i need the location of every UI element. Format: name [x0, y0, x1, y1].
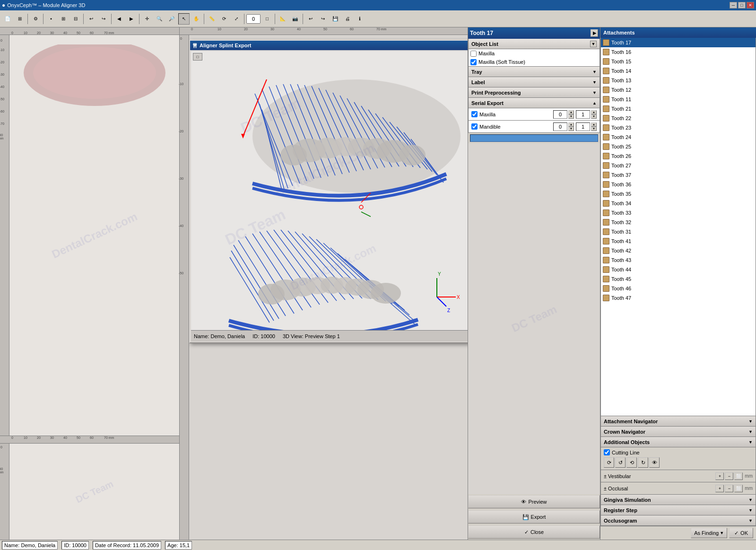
cursor-button[interactable]: ↖	[178, 13, 190, 25]
view-single-button[interactable]: ▪	[45, 13, 57, 25]
serial-export-header[interactable]: Serial Export ▲	[468, 98, 600, 108]
prev-button[interactable]: ◀	[113, 13, 125, 25]
attachment-item-15[interactable]: Tooth 15	[601, 57, 756, 66]
cl-icon-4[interactable]: ↻	[638, 457, 648, 468]
attachment-item-21[interactable]: Tooth 21	[601, 104, 756, 113]
attachment-item-35[interactable]: Tooth 35	[601, 189, 756, 199]
attachment-item-26[interactable]: Tooth 26	[601, 151, 756, 161]
soft-tissue-checkbox[interactable]	[470, 59, 477, 65]
measure-button[interactable]: 📏	[206, 13, 217, 25]
mandible-from-input[interactable]	[553, 122, 567, 131]
attachment-item-24[interactable]: Tooth 24	[601, 132, 756, 142]
attachment-item-47[interactable]: Tooth 47	[601, 293, 756, 303]
ruler-button[interactable]: 📐	[277, 13, 288, 25]
attachment-item-34[interactable]: Tooth 34	[601, 199, 756, 208]
redo-button[interactable]: ↪	[317, 13, 329, 25]
maxilla-from-up[interactable]: ▲	[568, 110, 574, 114]
vestibular-minus[interactable]: −	[725, 472, 733, 480]
tray-section[interactable]: Tray ▼	[468, 67, 600, 77]
maxilla-to-up[interactable]: ▲	[591, 110, 597, 114]
left-bottom-area[interactable]: DC Team	[9, 444, 179, 540]
settings-button[interactable]: ⚙	[30, 13, 41, 25]
attachment-item-17[interactable]: Tooth 17	[601, 38, 756, 47]
as-finding-button[interactable]: As Finding ▼	[691, 528, 727, 538]
view-quad-button[interactable]: ⊞	[58, 13, 69, 25]
hand-button[interactable]: ✋	[191, 13, 202, 25]
close-dialog-button[interactable]: ✓ Close	[468, 525, 600, 539]
maxilla-from-down[interactable]: ▼	[568, 114, 574, 119]
dialog-3d-viewport[interactable]: DC Team DentalCrack.com DC Team DentalCr…	[191, 51, 468, 330]
serial-mandible-checkbox[interactable]	[471, 123, 478, 130]
attachment-item-22[interactable]: Tooth 22	[601, 113, 756, 123]
attachment-item-31[interactable]: Tooth 31	[601, 227, 756, 236]
attachment-navigator-section[interactable]: Attachment Navigator ▼	[600, 416, 756, 427]
mandible-from-down[interactable]: ▼	[568, 127, 574, 131]
attachment-item-12[interactable]: Tooth 12	[601, 85, 756, 95]
minimize-button[interactable]: ─	[730, 2, 737, 9]
attachment-item-32[interactable]: Tooth 32	[601, 218, 756, 227]
close-button[interactable]: ✕	[747, 2, 754, 9]
mandible-to-up[interactable]: ▲	[591, 122, 597, 127]
cutting-line-checkbox[interactable]	[604, 449, 610, 455]
cl-icon-3[interactable]: ⟲	[626, 457, 637, 468]
object-list-collapse[interactable]: ▼	[590, 41, 597, 47]
occlusogram-section[interactable]: Occlusogram ▼	[600, 515, 756, 526]
attachment-item-27[interactable]: Tooth 27	[601, 161, 756, 170]
zoom-in-button[interactable]: 🔍	[154, 13, 165, 25]
register-step-section[interactable]: Register Step ▼	[600, 505, 756, 515]
mandible-to-input[interactable]	[576, 122, 590, 131]
occlusal-minus[interactable]: −	[725, 485, 733, 492]
attachment-item-44[interactable]: Tooth 44	[601, 265, 756, 274]
preview-button[interactable]: 👁 Preview	[468, 495, 600, 508]
maxilla-from-input[interactable]	[553, 110, 567, 119]
fit-button[interactable]: ⤢	[231, 13, 242, 25]
attachment-item-46[interactable]: Tooth 46	[601, 284, 756, 293]
vestibular-reset[interactable]: ⬜	[734, 472, 743, 480]
save-button[interactable]: 💾	[330, 13, 341, 25]
occlusal-plus[interactable]: +	[715, 485, 724, 492]
next-button[interactable]: ▶	[126, 13, 137, 25]
export-button[interactable]: 💾 Export	[468, 510, 600, 524]
serial-maxilla-checkbox[interactable]	[471, 111, 478, 117]
attachment-item-33[interactable]: Tooth 33	[601, 208, 756, 218]
view-grid-button[interactable]: ⊟	[70, 13, 81, 25]
zoom-out-button[interactable]: 🔎	[166, 13, 177, 25]
print-preprocessing-section[interactable]: Print Preprocessing ▼	[468, 87, 600, 98]
info-button[interactable]: ℹ	[354, 13, 365, 25]
cl-icon-5[interactable]: 👁	[649, 457, 660, 468]
new-button[interactable]: 📄	[2, 13, 13, 25]
rotate-right-button[interactable]: ↪	[98, 13, 109, 25]
print-button[interactable]: 🖨	[342, 13, 353, 25]
counter-input[interactable]	[246, 14, 261, 24]
arrange-button[interactable]: ⊞	[14, 13, 26, 25]
mandible-from-up[interactable]: ▲	[568, 122, 574, 127]
attachment-item-14[interactable]: Tooth 14	[601, 66, 756, 76]
mandible-to-down[interactable]: ▼	[591, 127, 597, 131]
cl-icon-1[interactable]: ⟳	[604, 457, 614, 468]
attachment-item-25[interactable]: Tooth 25	[601, 142, 756, 151]
occlusal-reset[interactable]: ⬜	[734, 485, 743, 492]
attachment-item-37[interactable]: Tooth 37	[601, 170, 756, 180]
label-section[interactable]: Label ▼	[468, 77, 600, 87]
attachment-item-13[interactable]: Tooth 13	[601, 76, 756, 85]
undo-button[interactable]: ↩	[305, 13, 316, 25]
move-button[interactable]: ✛	[141, 13, 153, 25]
rotate-left-button[interactable]: ↩	[86, 13, 97, 25]
attachment-item-45[interactable]: Tooth 45	[601, 274, 756, 284]
snapshot-button[interactable]: 📷	[289, 13, 301, 25]
cl-icon-2[interactable]: ↺	[615, 457, 626, 468]
attachment-item-16[interactable]: Tooth 16	[601, 47, 756, 57]
main-vp-area[interactable]: DentalCrack.com 🦷 Aligner Splint Export …	[189, 35, 468, 540]
tooth-nav-arrow[interactable]: ▶	[591, 29, 598, 37]
attachment-item-43[interactable]: Tooth 43	[601, 255, 756, 265]
attachment-item-11[interactable]: Tooth 11	[601, 95, 756, 104]
maxilla-to-input[interactable]	[576, 110, 590, 119]
gingiva-simulation-section[interactable]: Gingiva Simulation ▼	[600, 495, 756, 505]
counter-control[interactable]: □	[261, 13, 273, 25]
reset-button[interactable]: ⟳	[218, 13, 230, 25]
attachment-item-42[interactable]: Tooth 42	[601, 246, 756, 255]
attachment-item-23[interactable]: Tooth 23	[601, 123, 756, 132]
left-vp-area[interactable]: DentalCrack.com	[9, 35, 179, 436]
attachment-item-41[interactable]: Tooth 41	[601, 236, 756, 246]
ok-button[interactable]: ✓ OK	[729, 528, 753, 538]
